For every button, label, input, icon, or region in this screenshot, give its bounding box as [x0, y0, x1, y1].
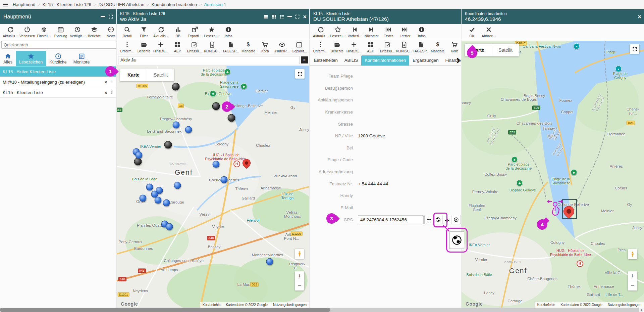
map-marker[interactable] [185, 126, 192, 133]
map-marker[interactable] [220, 176, 227, 183]
map-marker[interactable] [212, 161, 219, 168]
pegman-button[interactable] [628, 249, 637, 259]
attribution-link[interactable]: Nutzungsbedingungen [608, 303, 641, 307]
toolbar-button[interactable]: Lesezei... [203, 26, 220, 38]
toolbar-button[interactable]: Verfügb... [69, 26, 86, 38]
toolbar-button[interactable]: Korb [257, 41, 273, 53]
map-marker[interactable] [166, 223, 173, 230]
bookmark-list-item[interactable]: KL15 - Klienten Liste × [0, 87, 116, 98]
field-value[interactable]: + 54 444 44 44 [358, 181, 388, 186]
tabs-overflow-icon[interactable]: ❯ [456, 57, 460, 63]
horizontal-scrollbar[interactable]: › [0, 308, 644, 312]
toolbar-button[interactable]: AEP [362, 41, 379, 53]
pegman-button[interactable] [295, 249, 304, 259]
map-type-satellit-button[interactable]: Satellit [147, 69, 174, 81]
toolbar-button[interactable]: Infos [413, 26, 430, 38]
sidebar-tab[interactable]: Monitore [70, 51, 93, 66]
toolbar-button[interactable]: Hinzufü... [152, 41, 169, 53]
toolbar-button[interactable]: Vorheri... [346, 26, 363, 38]
gps-clear-button[interactable] [451, 215, 461, 224]
toolbar-button[interactable]: OK [464, 26, 480, 38]
toolbar-button[interactable]: Exporti... [186, 26, 203, 38]
remove-bookmark-icon[interactable]: × [104, 90, 107, 95]
map-marker[interactable] [140, 194, 147, 202]
grid-view-icon[interactable] [271, 14, 276, 19]
clear-filter-button[interactable]: × [301, 56, 308, 63]
scrollbar-thumb[interactable] [0, 308, 330, 312]
zoom-in-button[interactable]: + [628, 271, 637, 281]
toolbar-button[interactable]: Verlassen [19, 26, 36, 38]
map-klienten[interactable]: Parc et plage de la BécassinePlage de la… [117, 66, 309, 308]
sidebar-tab[interactable]: Alles [0, 51, 16, 66]
attribution-link[interactable]: Kurzbefehle [537, 303, 555, 307]
toolbar-button[interactable]: Aktualis... [2, 26, 19, 38]
zoom-in-button[interactable]: + [295, 271, 304, 281]
toolbar-button[interactable]: Letzter [396, 26, 413, 38]
toolbar-button[interactable]: Hinzufü... [345, 41, 362, 53]
zoom-out-button[interactable]: − [295, 281, 304, 291]
map-marker[interactable] [615, 66, 622, 72]
map-marker[interactable] [154, 197, 161, 204]
minimize-icon[interactable] [101, 16, 105, 17]
toolbar-button[interactable]: Korb [446, 41, 461, 53]
map-fullscreen-button[interactable] [630, 44, 639, 54]
breadcrumb-current[interactable]: Adressen 1 [204, 2, 226, 7]
scrollbar-right-arrow[interactable]: › [639, 308, 644, 312]
gps-move-button[interactable] [425, 215, 433, 224]
attribution-link[interactable]: Kartendaten © 2022 Google [226, 303, 268, 307]
toolbar-button[interactable]: TAGESP... [413, 41, 429, 53]
close-icon[interactable]: × [638, 14, 641, 19]
sidebar-tab[interactable]: Lesezeichen [16, 51, 46, 66]
map-marker[interactable] [163, 199, 170, 207]
toolbar-button[interactable]: Planung [52, 26, 69, 38]
map-marker[interactable] [146, 184, 153, 191]
attribution-link[interactable]: Nutzungsbedingungen [273, 303, 307, 307]
toolbar-button[interactable]: Lesezei... [329, 26, 346, 38]
toolbar-button[interactable]: Mandate [429, 41, 446, 53]
map-marker[interactable] [172, 83, 179, 90]
breadcrumb-item[interactable]: KL15 - Klienten Liste 126 [43, 2, 91, 7]
map-marker[interactable] [212, 102, 220, 110]
hamburger-menu-icon[interactable] [3, 3, 8, 7]
toolbar-button[interactable]: DB [170, 26, 186, 38]
toolbar-button[interactable]: Erfassu... [186, 41, 203, 53]
toolbar-button[interactable]: Einstell... [36, 26, 52, 38]
map-marker[interactable] [511, 157, 518, 163]
toolbar-button[interactable]: Unterm... [312, 41, 329, 53]
map-type-karte-button[interactable]: Karte [120, 69, 147, 81]
toolbar-button[interactable]: Berichte [86, 26, 103, 38]
detail-tab[interactable]: ABILIS [341, 55, 361, 65]
field-value[interactable]: 1208 Genève [358, 133, 385, 138]
map-marker[interactable] [134, 158, 142, 166]
toolbar-button[interactable]: Unterm... [119, 41, 136, 53]
detail-tab[interactable]: Ergänzungen [409, 55, 442, 65]
detail-view-icon[interactable] [279, 14, 284, 19]
bookmark-list-item[interactable]: KL15 - Aktive Klienten Liste › [0, 66, 116, 77]
map-marker[interactable] [174, 182, 181, 189]
map-marker[interactable] [172, 121, 179, 128]
toolbar-button[interactable]: ©InterR... [273, 41, 290, 53]
toolbar-button[interactable]: Detail [119, 26, 136, 38]
attribution-link[interactable]: Kurzbefehle [203, 303, 220, 307]
map-marker[interactable] [266, 258, 273, 265]
breadcrumb-item[interactable]: DU SOULIER Athelstan [99, 2, 145, 7]
sidebar-tab[interactable]: Kürzliche [46, 51, 70, 66]
toolbar-button[interactable]: AEP [169, 41, 186, 53]
toolbar-button[interactable]: Erfassu... [379, 41, 396, 53]
minimize-icon[interactable] [287, 16, 292, 17]
toolbar-button[interactable]: News [103, 26, 116, 38]
toolbar-button[interactable]: Berichte [329, 41, 345, 53]
map-marker[interactable] [233, 161, 240, 167]
toolbar-button[interactable]: Filter [136, 26, 152, 38]
list-view-icon[interactable] [263, 14, 268, 19]
drag-handle-icon[interactable] [110, 90, 113, 95]
attribution-link[interactable]: Kartendaten © 2022 Google [560, 303, 602, 307]
toolbar-button[interactable]: Nächster [363, 26, 380, 38]
map-marker[interactable] [577, 260, 583, 267]
filter-input[interactable] [118, 56, 300, 64]
map-marker[interactable] [136, 151, 143, 159]
bookmark-list-item[interactable]: MI@10 - Mitteilungseingang (zu erledigen… [0, 77, 116, 87]
detail-tab[interactable]: Kontaktinformationen [361, 55, 409, 65]
map-marker[interactable] [164, 141, 172, 148]
map-marker[interactable] [227, 114, 235, 122]
